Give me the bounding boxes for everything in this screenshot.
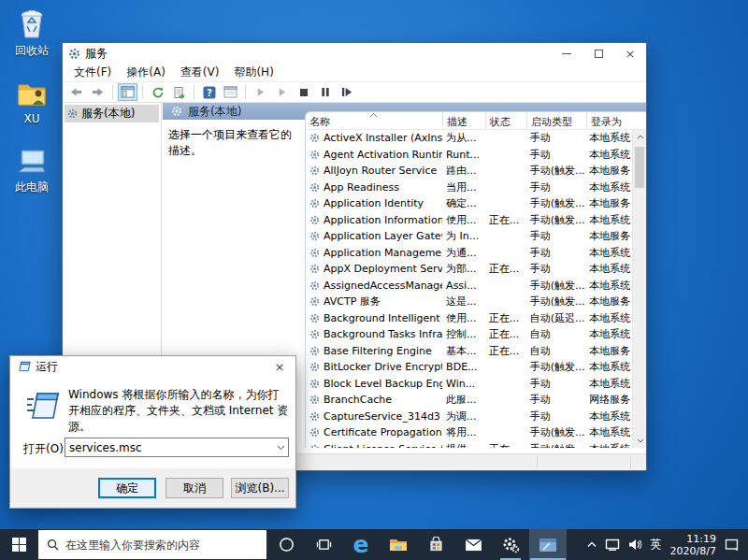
services-tray-app-button[interactable] bbox=[492, 529, 529, 560]
open-input[interactable] bbox=[65, 441, 273, 454]
column-header[interactable]: 描述 bbox=[443, 112, 486, 129]
table-row[interactable]: AppX Deployment Servic...为部...正在...手动本地系… bbox=[306, 261, 632, 278]
table-row[interactable]: Background Tasks Infras...控制...正在...自动本地… bbox=[306, 326, 632, 343]
table-row[interactable]: Block Level Backup Engi...Win...手动本地系统 bbox=[306, 376, 632, 393]
volume-icon[interactable] bbox=[628, 538, 642, 551]
column-header[interactable]: 启动类型 bbox=[527, 112, 587, 129]
start-service-icon[interactable] bbox=[251, 83, 270, 101]
cancel-button[interactable]: 取消 bbox=[165, 478, 223, 498]
cell-logon: 网络服务 bbox=[585, 393, 632, 407]
network-icon[interactable] bbox=[605, 538, 620, 551]
search-input[interactable] bbox=[65, 538, 258, 552]
scroll-down-icon[interactable] bbox=[633, 434, 646, 448]
browse-button[interactable]: 浏览(B)... bbox=[231, 478, 289, 498]
help-icon[interactable]: ? bbox=[199, 83, 219, 101]
table-row[interactable]: Agent Activation Runtime...Runt...手动本地系统 bbox=[306, 147, 632, 164]
restart-service-icon[interactable] bbox=[337, 83, 356, 101]
taskbar: e bbox=[0, 529, 748, 560]
windows-logo-icon bbox=[12, 538, 26, 552]
tray-chevron-up-icon[interactable] bbox=[587, 541, 597, 548]
combo-chevron-down-icon[interactable] bbox=[273, 445, 288, 451]
table-row[interactable]: Application Layer Gatewa...为 In...手动本地服务 bbox=[306, 228, 632, 245]
console-tree-icon[interactable] bbox=[118, 83, 137, 101]
table-row[interactable]: Application Identity确定...手动(触发...本地服务 bbox=[306, 195, 632, 212]
table-row[interactable]: Base Filtering Engine基本...正在...自动本地服务 bbox=[306, 343, 632, 360]
desktop-icon-this-pc[interactable]: 此电脑 bbox=[7, 144, 57, 195]
desktop-icon-recycle-bin[interactable]: 回收站 bbox=[7, 7, 57, 59]
table-row[interactable]: BitLocker Drive Encryptio...BDE...手动(触发.… bbox=[306, 359, 632, 376]
cell-logon: 本地系统 bbox=[585, 377, 632, 391]
desktop-icon-label: XU bbox=[7, 112, 57, 125]
table-row[interactable]: Client License Service (Cli...提供...正在...… bbox=[306, 441, 632, 449]
menu-item[interactable]: 文件(F) bbox=[66, 63, 119, 82]
cell-startup: 手动(触发... bbox=[526, 294, 586, 309]
action-center-icon[interactable] bbox=[725, 538, 739, 552]
ok-button[interactable]: 确定 bbox=[98, 478, 156, 498]
cell-startup: 自动 bbox=[526, 344, 586, 358]
cell-logon: 本地服务 bbox=[585, 294, 632, 309]
table-row[interactable]: Certificate Propagation将用...手动(触发...本地系统 bbox=[306, 424, 632, 441]
forward-icon[interactable] bbox=[88, 83, 108, 101]
edge-button[interactable]: e bbox=[342, 529, 380, 560]
task-view-button[interactable] bbox=[305, 529, 342, 560]
cell-name: BitLocker Drive Encryptio... bbox=[306, 361, 442, 373]
cell-name: AppX Deployment Servic... bbox=[306, 263, 442, 275]
scroll-up-icon[interactable] bbox=[633, 130, 646, 144]
table-row[interactable]: App Readiness当用...手动本地系统 bbox=[306, 179, 632, 196]
table-row[interactable]: AVCTP 服务这是...手动(触发...本地服务 bbox=[306, 294, 632, 310]
vertical-scrollbar[interactable] bbox=[632, 130, 646, 448]
properties-icon[interactable] bbox=[221, 83, 240, 101]
back-icon[interactable] bbox=[66, 83, 86, 101]
menu-item[interactable]: 操作(A) bbox=[119, 63, 173, 82]
minimize-button[interactable] bbox=[551, 43, 583, 64]
cortana-button[interactable] bbox=[267, 529, 305, 560]
column-header[interactable]: 状态 bbox=[486, 112, 527, 129]
table-row[interactable]: AssignedAccessManager...Assi...手动(触发...本… bbox=[306, 278, 632, 294]
service-gear-icon bbox=[309, 248, 320, 258]
mail-button[interactable] bbox=[454, 529, 492, 560]
resume-service-icon[interactable] bbox=[272, 83, 292, 101]
taskbar-search[interactable] bbox=[37, 529, 267, 560]
menu-item[interactable]: 帮助(H) bbox=[226, 63, 280, 82]
cell-desc: 为从... bbox=[442, 131, 485, 145]
file-explorer-button[interactable] bbox=[380, 529, 417, 560]
active-services-window-button[interactable] bbox=[529, 529, 567, 560]
tray-date: 2020/8/7 bbox=[670, 545, 716, 557]
table-row[interactable]: Application Management为通...手动本地系统 bbox=[306, 245, 632, 262]
ime-indicator[interactable]: 英 bbox=[651, 537, 662, 553]
desktop-icon-user-folder[interactable]: XU bbox=[7, 77, 57, 125]
table-row[interactable]: AllJoyn Router Service路由...手动(触发...本地服务 bbox=[306, 163, 632, 179]
menu-item[interactable]: 查看(V) bbox=[173, 63, 227, 82]
service-gear-icon bbox=[309, 165, 320, 176]
tree-item-services-local[interactable]: 服务(本地) bbox=[65, 105, 159, 122]
cell-startup: 手动 bbox=[526, 409, 586, 424]
table-row[interactable]: ActiveX Installer (AxInstSV)为从...手动本地系统 bbox=[306, 130, 632, 147]
table-row[interactable]: CaptureService_314d3为调...手动本地系统 bbox=[306, 409, 632, 425]
start-button[interactable] bbox=[0, 529, 37, 560]
store-button[interactable] bbox=[417, 529, 454, 560]
table-row[interactable]: Background Intelligent T...使用...正在...自动(… bbox=[306, 310, 632, 327]
service-gear-icon bbox=[309, 427, 320, 438]
tray-clock[interactable]: 11:19 2020/8/7 bbox=[670, 533, 716, 557]
menu-bar: 文件(F)操作(A)查看(V)帮助(H) bbox=[63, 64, 646, 82]
open-label: 打开(O): bbox=[23, 441, 67, 457]
service-gear-icon bbox=[309, 215, 320, 225]
open-combobox[interactable] bbox=[65, 438, 289, 457]
desktop: 回收站 XU 此电脑 服务 × bbox=[0, 0, 748, 560]
table-row[interactable]: Application Information使用...正在...手动(触发..… bbox=[306, 212, 632, 229]
panel-header-title: 服务(本地) bbox=[188, 104, 241, 120]
close-button[interactable]: × bbox=[614, 43, 646, 64]
maximize-button[interactable] bbox=[583, 43, 614, 64]
this-pc-icon bbox=[15, 144, 49, 178]
refresh-icon[interactable] bbox=[148, 83, 167, 101]
run-close-icon[interactable]: × bbox=[264, 356, 295, 377]
cell-name: Background Intelligent T... bbox=[306, 312, 442, 324]
cell-logon: 本地系统 bbox=[585, 131, 632, 145]
stop-service-icon[interactable] bbox=[294, 83, 313, 101]
table-row[interactable]: BranchCache此服...手动网络服务 bbox=[306, 392, 632, 409]
column-header[interactable]: 登录为 bbox=[587, 112, 634, 129]
scrollbar-thumb[interactable] bbox=[635, 147, 644, 188]
user-folder-icon bbox=[15, 77, 49, 110]
export-list-icon[interactable] bbox=[169, 83, 189, 101]
pause-service-icon[interactable] bbox=[315, 83, 335, 101]
